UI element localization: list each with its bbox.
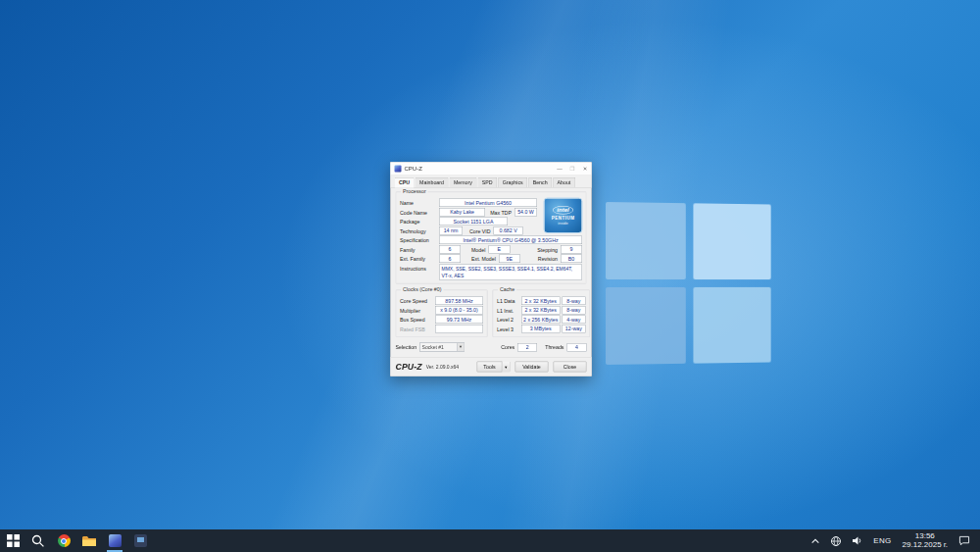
revision-field: B0 xyxy=(561,255,582,264)
tools-dropdown-arrow[interactable]: ▼ xyxy=(503,362,511,373)
l1-data-label: L1 Data xyxy=(497,298,521,304)
threads-label: Threads xyxy=(545,344,564,350)
l1-data-row: L1 Data 2 x 32 KBytes 8-way xyxy=(497,296,585,306)
max-tdp-field: 54.0 W xyxy=(514,208,537,217)
technology-field: 14 nm xyxy=(439,226,463,235)
instructions-row: Instructions MMX, SSE, SSE2, SSE3, SSSE3… xyxy=(400,265,582,280)
tray-overflow-button[interactable] xyxy=(806,529,825,552)
cpuz-logo: CPU-Z xyxy=(396,362,422,372)
core-speed-row: Core Speed 897.58 MHz xyxy=(400,296,483,306)
code-name-field: Kaby Lake xyxy=(439,208,485,217)
socket-selector[interactable]: Socket #1 ▼ xyxy=(419,343,465,352)
windows-logo-pane xyxy=(606,202,686,279)
cpuz-window: CPU-Z — ❐ ✕ CPU Mainboard Memory SPD Gra… xyxy=(390,162,592,376)
windows-logo xyxy=(606,202,771,365)
file-explorer-button[interactable] xyxy=(76,529,102,552)
windows-start-icon xyxy=(7,534,20,547)
l1-inst-size-field: 2 x 32 KBytes xyxy=(521,306,560,315)
cache-group-label: Cache xyxy=(498,286,516,292)
multiplier-row: Multiplier x 9.0 (8.0 - 35.0) xyxy=(400,306,483,316)
family-field: 6 xyxy=(439,245,461,254)
intel-pentium-badge: intel PENTIUM inside xyxy=(544,198,583,234)
bus-speed-label: Bus Speed xyxy=(400,317,435,323)
level3-row: Level 3 3 MBytes 12-way xyxy=(497,325,585,334)
tab-bench[interactable]: Bench xyxy=(528,177,552,187)
stepping-field: 9 xyxy=(561,245,582,254)
selection-label: Selection xyxy=(396,344,417,350)
system-tray: ENG 13:56 29.12.2025 г. xyxy=(806,529,980,552)
ext-family-row: Ext. Family 6 Ext. Model 9E Revision B0 xyxy=(400,254,582,264)
threads-field: 4 xyxy=(567,343,587,352)
network-button[interactable] xyxy=(825,529,847,552)
specification-field: Intel® Pentium® CPU G4560 @ 3.50GHz xyxy=(439,236,582,245)
desktop-wallpaper: CPU-Z — ❐ ✕ CPU Mainboard Memory SPD Gra… xyxy=(0,0,980,552)
folder-icon xyxy=(82,535,96,547)
tools-button[interactable]: Tools xyxy=(477,362,503,373)
speaker-icon xyxy=(852,535,863,546)
max-tdp-label: Max TDP xyxy=(490,209,512,215)
ext-family-field: 6 xyxy=(439,255,461,264)
core-speed-field: 897.58 MHz xyxy=(435,297,483,306)
chevron-up-icon xyxy=(810,536,820,545)
cores-field: 2 xyxy=(517,343,537,352)
l1-inst-assoc-field: 8-way xyxy=(562,306,585,315)
family-row: Family 6 Model E Stepping 9 xyxy=(400,245,582,255)
windows-logo-pane xyxy=(606,287,686,365)
revision-label: Revision xyxy=(538,256,558,262)
tab-spd[interactable]: SPD xyxy=(477,177,497,187)
tab-graphics[interactable]: Graphics xyxy=(498,177,527,187)
tab-strip: CPU Mainboard Memory SPD Graphics Bench … xyxy=(391,176,592,188)
clocks-group-label: Clocks (Core #0) xyxy=(401,286,443,292)
close-button[interactable]: ✕ xyxy=(579,162,592,175)
volume-button[interactable] xyxy=(847,529,868,552)
package-label: Package xyxy=(400,219,439,225)
tab-memory[interactable]: Memory xyxy=(449,177,476,187)
clock-date: 29.12.2025 г. xyxy=(903,541,948,550)
core-speed-label: Core Speed xyxy=(400,298,435,304)
core-vid-label: Core VID xyxy=(469,227,491,233)
multiplier-label: Multiplier xyxy=(400,307,435,313)
tab-about[interactable]: About xyxy=(553,177,575,187)
language-indicator[interactable]: ENG xyxy=(868,529,896,552)
validate-button[interactable]: Validate xyxy=(515,362,549,373)
specification-label: Specification xyxy=(400,237,439,243)
rated-fsb-label: Rated FSB xyxy=(400,326,435,331)
taskbar-clock[interactable]: 13:56 29.12.2025 г. xyxy=(897,529,954,552)
minimize-button[interactable]: — xyxy=(554,162,566,175)
code-name-label: Code Name xyxy=(400,209,439,215)
tab-cpu[interactable]: CPU xyxy=(395,177,415,188)
chevron-down-icon[interactable]: ▼ xyxy=(457,343,465,351)
level2-label: Level 2 xyxy=(497,317,521,323)
l1-inst-row: L1 Inst. 2 x 32 KBytes 8-way xyxy=(497,306,585,316)
instructions-label: Instructions xyxy=(400,265,439,273)
windows-logo-pane xyxy=(693,287,770,364)
maximize-button[interactable]: ❐ xyxy=(566,162,579,175)
processor-group: Processor intel PENTIUM inside Name Inte… xyxy=(396,192,587,284)
cache-group: Cache L1 Data 2 x 32 KBytes 8-way L1 Ins… xyxy=(493,290,590,338)
badge-inside-text: inside xyxy=(558,221,567,226)
tab-mainboard[interactable]: Mainboard xyxy=(416,177,449,187)
bus-speed-field: 99.73 MHz xyxy=(435,316,483,325)
bus-speed-row: Bus Speed 99.73 MHz xyxy=(400,315,483,325)
pinned-app-button[interactable] xyxy=(127,529,153,552)
l1-inst-label: L1 Inst. xyxy=(497,307,521,313)
action-center-icon xyxy=(958,535,970,546)
windows-logo-pane xyxy=(693,203,770,279)
search-button[interactable] xyxy=(25,529,51,552)
start-button[interactable] xyxy=(0,529,25,552)
model-label: Model xyxy=(471,246,485,252)
processor-group-label: Processor xyxy=(401,188,428,194)
window-footer: CPU-Z Ver. 2.09.0.x64 Tools ▼ Validate C… xyxy=(391,357,592,376)
cpuz-icon xyxy=(109,534,122,547)
network-globe-icon xyxy=(830,535,842,547)
title-bar[interactable]: CPU-Z — ❐ ✕ xyxy=(391,163,592,176)
action-center-button[interactable] xyxy=(954,529,975,552)
selection-row: Selection Socket #1 ▼ Cores 2 Threads 4 xyxy=(396,342,587,352)
close-window-button[interactable]: Close xyxy=(554,362,587,373)
name-field: Intel Pentium G4560 xyxy=(439,199,537,208)
chrome-taskbar-button[interactable] xyxy=(51,529,76,552)
specification-row: Specification Intel® Pentium® CPU G4560 … xyxy=(400,235,582,245)
version-text: Ver. 2.09.0.x64 xyxy=(426,364,459,370)
l1-data-assoc-field: 8-way xyxy=(562,297,585,306)
cpuz-taskbar-button[interactable] xyxy=(102,529,127,552)
